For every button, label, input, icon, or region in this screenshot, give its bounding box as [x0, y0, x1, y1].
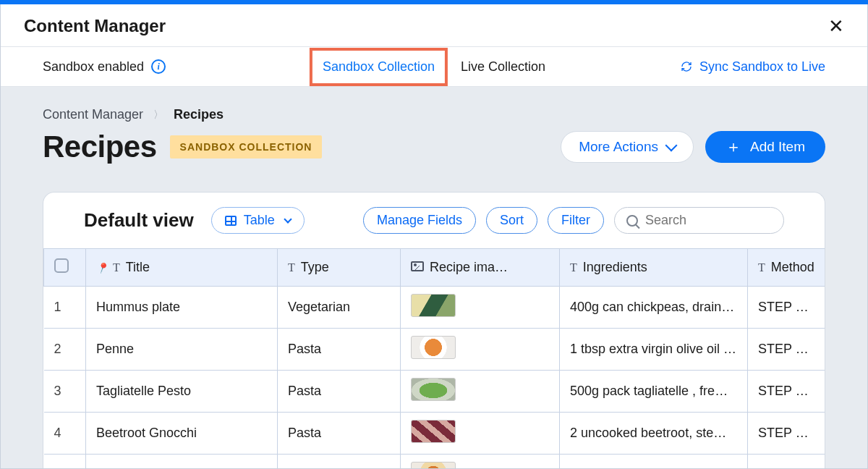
page-title: Recipes	[43, 130, 157, 164]
sort-button[interactable]: Sort	[486, 207, 537, 234]
page-title-row: Recipes SANDBOX COLLECTION More Actions …	[43, 130, 825, 164]
cell-ingredients[interactable]: 500g pack tagliatelle , fre…	[560, 371, 748, 413]
data-table: 📍TTitle TType Recipe ima… TIngredients T…	[43, 248, 825, 469]
app-frame: Content Manager ✕ Sandbox enabled i Sand…	[0, 4, 868, 469]
text-type-icon: T	[570, 261, 577, 274]
cell-image[interactable]	[401, 329, 560, 371]
cell-type[interactable]: Pasta	[278, 455, 401, 470]
view-mode-label: Table	[244, 213, 275, 228]
breadcrumb-root[interactable]: Content Manager	[43, 107, 143, 122]
cell-ingredients[interactable]: 400g can chickpeas, drain…	[560, 287, 748, 329]
info-icon[interactable]: i	[151, 59, 166, 74]
cell-method[interactable]: STEP 1 Boil spaghetti in a	[748, 371, 825, 413]
collection-tabs: Sandbox Collection Live Collection	[310, 48, 558, 86]
manage-fields-button[interactable]: Manage Fields	[363, 207, 476, 234]
recipe-thumbnail	[411, 336, 456, 359]
app-title: Content Manager	[24, 16, 166, 36]
recipe-thumbnail	[411, 294, 456, 317]
view-mode-selector[interactable]: Table	[211, 207, 305, 234]
page-body: Content Manager 〉 Recipes Recipes SANDBO…	[1, 87, 867, 469]
table-row[interactable]: 2 Penne Pasta 1 tbsp extra virgin olive …	[44, 329, 825, 371]
row-number: 4	[44, 413, 86, 455]
chevron-right-icon: 〉	[153, 109, 163, 122]
table-row[interactable]: 1 Hummus plate Vegetarian 400g can chick…	[44, 287, 825, 329]
header-bar: Content Manager ✕	[1, 4, 867, 47]
column-type[interactable]: TType	[278, 249, 401, 287]
row-number: 1	[44, 287, 86, 329]
recipe-thumbnail	[411, 462, 456, 469]
cell-method[interactable]: STEP 1 Thoroughly rinse	[748, 287, 825, 329]
search-icon	[626, 215, 638, 227]
search-input[interactable]	[645, 213, 772, 228]
cell-image[interactable]	[401, 455, 560, 470]
select-all-header[interactable]	[44, 249, 86, 287]
table-row[interactable]: 5 Spaghetti Bolognese Pasta 1 tbsp olive…	[44, 455, 825, 470]
table-row[interactable]: 4 Beetroot Gnocchi Pasta 2 uncooked beet…	[44, 413, 825, 455]
more-actions-button[interactable]: More Actions	[561, 131, 694, 163]
cell-type[interactable]: Pasta	[278, 413, 401, 455]
chevron-down-icon	[284, 215, 292, 223]
cell-title[interactable]: Spaghetti Bolognese	[86, 455, 278, 470]
cell-ingredients[interactable]: 2 uncooked beetroot, ste…	[560, 413, 748, 455]
row-number: 3	[44, 371, 86, 413]
table-header-row: 📍TTitle TType Recipe ima… TIngredients T…	[44, 249, 825, 287]
column-method[interactable]: TMethod	[748, 249, 825, 287]
cell-title[interactable]: Tagliatelle Pesto	[86, 371, 278, 413]
checkbox-icon	[54, 258, 69, 273]
cell-type[interactable]: Vegetarian	[278, 287, 401, 329]
tab-live-collection[interactable]: Live Collection	[448, 48, 558, 86]
add-item-label: Add Item	[750, 139, 805, 155]
text-type-icon: T	[288, 261, 295, 274]
collection-sub-bar: Sandbox enabled i Sandbox Collection Liv…	[1, 47, 867, 87]
cell-ingredients[interactable]: 1 tbsp olive oil 4 rashers s…	[560, 455, 748, 470]
cell-image[interactable]	[401, 413, 560, 455]
cell-title[interactable]: Beetroot Gnocchi	[86, 413, 278, 455]
sandbox-badge: SANDBOX COLLECTION	[170, 135, 323, 159]
column-ingredients[interactable]: TIngredients	[560, 249, 748, 287]
breadcrumb: Content Manager 〉 Recipes	[43, 107, 825, 122]
sandbox-status-label: Sandbox enabled	[43, 59, 144, 75]
more-actions-label: More Actions	[579, 139, 658, 155]
cell-ingredients[interactable]: 1 tbsp extra virgin olive oil …	[560, 329, 748, 371]
table-icon	[225, 216, 237, 226]
data-card: Default view Table Manage Fields Sort Fi…	[43, 192, 825, 469]
add-item-button[interactable]: ＋ Add Item	[705, 131, 825, 163]
chevron-down-icon	[665, 140, 677, 152]
recipe-thumbnail	[411, 420, 456, 443]
cell-title[interactable]: Hummus plate	[86, 287, 278, 329]
breadcrumb-current: Recipes	[174, 107, 224, 122]
row-number: 5	[44, 455, 86, 470]
cell-method[interactable]: STEP 1 Heat the oil in a f	[748, 329, 825, 371]
close-button[interactable]: ✕	[828, 17, 844, 35]
row-number: 2	[44, 329, 86, 371]
cell-type[interactable]: Pasta	[278, 371, 401, 413]
cell-image[interactable]	[401, 287, 560, 329]
view-toolbar: Default view Table Manage Fields Sort Fi…	[43, 193, 825, 248]
text-type-icon: T	[113, 261, 120, 274]
cell-method[interactable]: STEP 1 Put a large sauce	[748, 455, 825, 470]
sandbox-status: Sandbox enabled i	[43, 59, 166, 75]
recipe-thumbnail	[411, 378, 456, 401]
view-name: Default view	[84, 209, 194, 232]
text-type-icon: T	[758, 261, 765, 274]
search-field[interactable]	[614, 207, 784, 234]
column-title[interactable]: 📍TTitle	[86, 249, 278, 287]
pin-icon: 📍	[95, 261, 110, 276]
cell-type[interactable]: Pasta	[278, 329, 401, 371]
sync-label: Sync Sandbox to Live	[699, 59, 825, 75]
sync-sandbox-button[interactable]: Sync Sandbox to Live	[681, 59, 825, 75]
cell-method[interactable]: STEP 1 Heat the oven to	[748, 413, 825, 455]
column-image[interactable]: Recipe ima…	[401, 249, 560, 287]
tab-sandbox-collection[interactable]: Sandbox Collection	[310, 48, 448, 86]
image-icon	[411, 261, 424, 271]
cell-title[interactable]: Penne	[86, 329, 278, 371]
filter-button[interactable]: Filter	[548, 207, 604, 234]
sync-icon	[681, 61, 692, 72]
table-row[interactable]: 3 Tagliatelle Pesto Pasta 500g pack tagl…	[44, 371, 825, 413]
cell-image[interactable]	[401, 371, 560, 413]
